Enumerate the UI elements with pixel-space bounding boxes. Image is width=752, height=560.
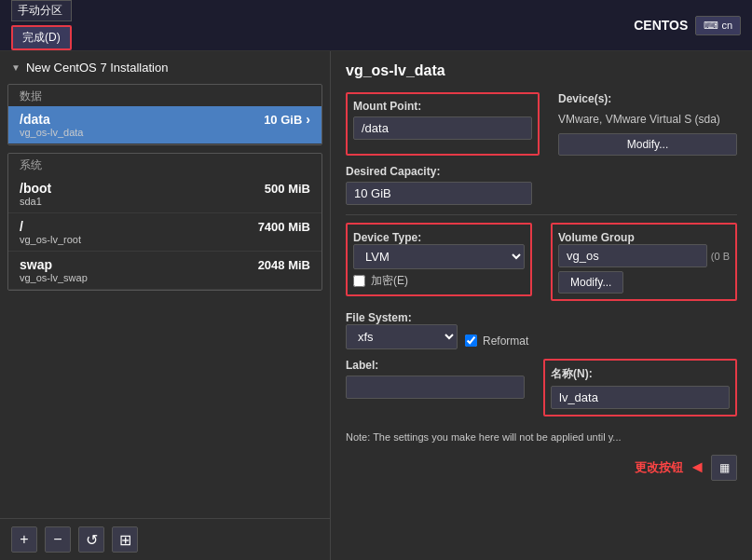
volume-group-label: Volume Group <box>558 231 635 244</box>
encrypt-label: 加密(E) <box>371 273 408 289</box>
partition-vg-boot: sda1 <box>20 196 310 207</box>
chevron-right-icon: › <box>306 112 310 127</box>
volume-group-group: Volume Group (0 B Modify... <box>551 223 737 301</box>
device-type-group: Device Type: LVM Standard Partition RAID… <box>346 223 532 296</box>
devices-group: Device(s): VMware, VMware Virtual S (sda… <box>558 92 737 156</box>
label-group: Label: <box>346 359 525 417</box>
mount-point-input[interactable] <box>353 116 532 140</box>
keyboard-lang: cn <box>721 20 732 31</box>
partition-size-root: 7400 MiB <box>258 220 310 234</box>
filesystem-label: File System: <box>346 311 412 324</box>
top-bar: 手动分区 完成(D) CENTOS ⌨ cn <box>0 0 752 51</box>
data-section-group: 数据 /data 10 GiB › vg_os-lv_data <box>7 84 322 145</box>
done-button[interactable]: 完成(D) <box>11 25 72 50</box>
name-label: 名称(N): <box>551 366 730 382</box>
installation-title-text: New CentOS 7 Installation <box>26 61 168 75</box>
section-system-label: 系统 <box>8 154 321 175</box>
triangle-icon: ▼ <box>11 62 21 73</box>
desired-capacity-label: Desired Capacity: <box>346 165 532 178</box>
partition-vg-root: vg_os-lv_root <box>20 234 310 245</box>
partition-size-swap: 2048 MiB <box>258 258 310 272</box>
refresh-button[interactable]: ↺ <box>78 526 104 553</box>
top-right: CENTOS ⌨ cn <box>634 16 741 35</box>
mount-point-group: Mount Point: <box>346 92 540 156</box>
device-type-select[interactable]: LVM Standard Partition RAID <box>353 244 525 269</box>
note-text: Note: The settings you make here will no… <box>346 430 737 445</box>
right-title: vg_os-lv_data <box>346 62 737 79</box>
partition-vg-data: vg_os-lv_data <box>20 127 310 138</box>
partition-item-boot[interactable]: /boot 500 MiB sda1 <box>8 175 321 213</box>
name-group: 名称(N): <box>543 359 737 417</box>
reformat-checkbox[interactable] <box>465 335 477 347</box>
add-button[interactable]: + <box>11 526 37 553</box>
reformat-row: Reformat <box>465 335 528 348</box>
modify-button-1[interactable]: Modify... <box>558 133 737 156</box>
filesystem-row: xfs ext4 ext3 ext2 swap Reformat <box>346 324 737 349</box>
divider <box>346 214 737 215</box>
filesystem-select[interactable]: xfs ext4 ext3 ext2 swap <box>346 324 458 349</box>
name-input[interactable] <box>551 386 730 409</box>
bottom-bar: + − ↺ ⊞ <box>0 518 330 560</box>
desired-capacity-group: Desired Capacity: <box>346 165 532 205</box>
partition-size-data: 10 GiB › <box>264 112 310 127</box>
centos-label: CENTOS <box>634 18 688 33</box>
manual-partition-label: 手动分区 <box>11 0 72 21</box>
system-section-group: 系统 /boot 500 MiB sda1 / 7400 MiB vg_os-l… <box>7 153 322 291</box>
modify-button-2[interactable]: Modify... <box>558 271 623 294</box>
keyboard-icon: ⌨ <box>704 20 718 31</box>
remove-button[interactable]: − <box>45 526 71 553</box>
left-panel: ▼ New CentOS 7 Installation 数据 /data 10 … <box>0 51 331 560</box>
label-input[interactable] <box>346 376 525 399</box>
main-content: ▼ New CentOS 7 Installation 数据 /data 10 … <box>0 51 752 560</box>
keyboard-button[interactable]: ⌨ cn <box>695 16 741 35</box>
partition-item-data[interactable]: /data 10 GiB › vg_os-lv_data <box>8 106 321 144</box>
section-data-label: 数据 <box>8 85 321 106</box>
right-panel: vg_os-lv_data Mount Point: Device(s): VM… <box>331 51 752 560</box>
devices-label: Device(s): <box>558 92 737 105</box>
desired-capacity-input[interactable] <box>346 182 532 205</box>
partition-size-boot: 500 MiB <box>265 182 310 196</box>
label-label: Label: <box>346 359 525 372</box>
devices-value: VMware, VMware Virtual S (sda) <box>558 113 737 126</box>
partition-item-swap[interactable]: swap 2048 MiB vg_os-lv_swap <box>8 252 321 290</box>
annotation-text: 更改按钮 <box>635 459 683 476</box>
encrypt-checkbox[interactable] <box>353 275 365 287</box>
installation-title: ▼ New CentOS 7 Installation <box>0 51 330 80</box>
grid-button[interactable]: ⊞ <box>112 526 138 553</box>
encrypt-row: 加密(E) <box>353 273 525 289</box>
volume-group-input[interactable] <box>558 244 707 267</box>
device-type-label: Device Type: <box>353 231 421 244</box>
partition-vg-swap: vg_os-lv_swap <box>20 272 310 283</box>
partition-name-boot: /boot <box>20 181 51 196</box>
partition-name-root: / <box>20 219 23 234</box>
vg-row: (0 B <box>558 244 730 267</box>
mount-point-label: Mount Point: <box>353 100 532 113</box>
partition-name-data: /data <box>20 112 50 127</box>
top-left: 手动分区 完成(D) <box>11 0 72 50</box>
annotation-arrow-icon: ◄ <box>689 458 705 477</box>
annotation-btn-preview: ▦ <box>711 455 737 481</box>
partition-name-swap: swap <box>20 257 52 272</box>
vg-size-hint: (0 B <box>711 251 730 262</box>
partition-item-root[interactable]: / 7400 MiB vg_os-lv_root <box>8 213 321 252</box>
reformat-label: Reformat <box>483 335 528 348</box>
